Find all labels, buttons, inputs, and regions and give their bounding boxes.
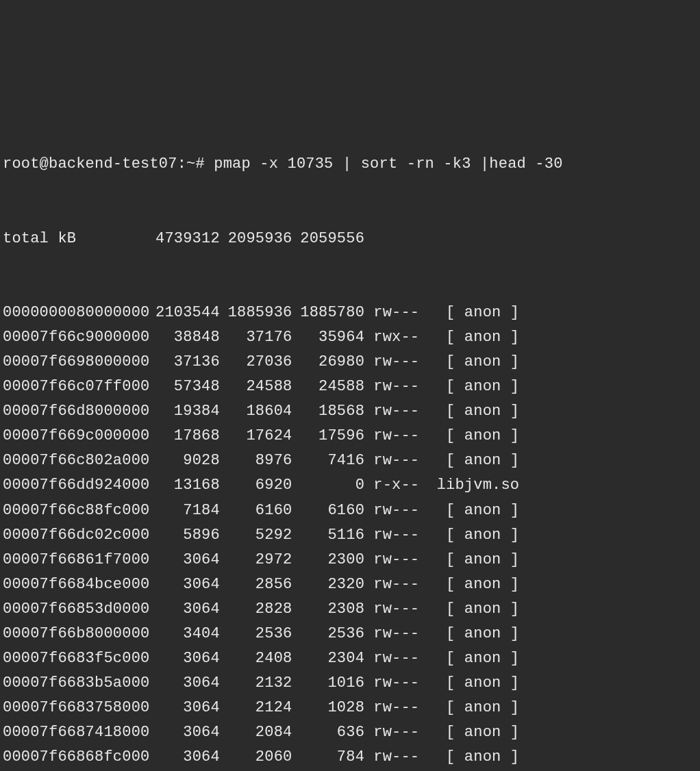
col-dirty: 35964 [292, 325, 364, 350]
col-address: 00007f66b8000000 [3, 622, 147, 646]
col-mode: rw--- [364, 572, 418, 597]
col-address: 00007f6687418000 [3, 720, 147, 745]
col-mode: rw--- [364, 597, 418, 622]
col-mode: rw--- [364, 646, 418, 671]
col-mode: rw--- [364, 745, 418, 770]
col-kbytes: 37136 [147, 350, 220, 375]
col-mapping: [ anon ] [418, 720, 519, 745]
pmap-row: 00007f66868fc00030642060784rw--- [ anon … [3, 745, 700, 770]
col-mapping: [ anon ] [418, 523, 519, 548]
col-address: 00007f6684bce000 [3, 572, 147, 597]
col-dirty: 2308 [292, 597, 364, 622]
col-rss: 27036 [220, 350, 292, 375]
col-rss: 18604 [220, 399, 292, 424]
col-mode: rw--- [364, 448, 418, 473]
pmap-row: 0000000080000000210354418859361885780rw-… [3, 301, 700, 325]
col-kbytes: 7184 [147, 498, 220, 523]
total-rss: 2095936 [220, 227, 292, 251]
col-address: 00007f6683758000 [3, 696, 147, 720]
col-address: 00007f6683b5a000 [3, 671, 147, 696]
col-address: 00007f66dc02c000 [3, 523, 147, 548]
col-rss: 2084 [220, 720, 292, 745]
col-rss: 1885936 [220, 301, 292, 325]
col-kbytes: 13168 [147, 473, 220, 498]
col-dirty: 636 [292, 720, 364, 745]
col-dirty: 26980 [292, 350, 364, 375]
col-rss: 2828 [220, 597, 292, 622]
col-kbytes: 9028 [147, 448, 220, 473]
pmap-row: 00007f6683f5c000306424082304rw--- [ anon… [3, 646, 700, 671]
col-mapping: [ anon ] [418, 597, 519, 622]
command-prompt-line: root@backend-test07:~# pmap -x 10735 | s… [3, 152, 700, 177]
pmap-row: 00007f6684bce000306428562320rw--- [ anon… [3, 572, 700, 597]
pmap-row: 00007f66c88fc000718461606160rw--- [ anon… [3, 498, 700, 523]
pmap-row: 00007f66861f7000306429722300rw--- [ anon… [3, 548, 700, 572]
col-rss: 8976 [220, 448, 292, 473]
col-dirty: 6160 [292, 498, 364, 523]
col-address: 00007f66c802a000 [3, 448, 147, 473]
col-kbytes: 3064 [147, 548, 220, 572]
prompt-path: ~ [186, 155, 195, 173]
col-address: 00007f66d8000000 [3, 399, 147, 424]
col-dirty: 2536 [292, 622, 364, 646]
col-rss: 5292 [220, 523, 292, 548]
col-dirty: 17596 [292, 424, 364, 448]
col-mode: rw--- [364, 548, 418, 572]
col-address: 00007f6683f5c000 [3, 646, 147, 671]
pmap-output-rows: 0000000080000000210354418859361885780rw-… [3, 301, 700, 771]
col-address: 00007f66861f7000 [3, 548, 147, 572]
col-dirty: 0 [292, 473, 364, 498]
col-dirty: 2320 [292, 572, 364, 597]
col-kbytes: 3064 [147, 597, 220, 622]
col-rss: 17624 [220, 424, 292, 448]
col-kbytes: 3404 [147, 622, 220, 646]
col-kbytes: 38848 [147, 325, 220, 350]
col-dirty: 18568 [292, 399, 364, 424]
col-mode: rw--- [364, 375, 418, 399]
col-rss: 37176 [220, 325, 292, 350]
col-kbytes: 3064 [147, 671, 220, 696]
col-rss: 6920 [220, 473, 292, 498]
col-rss: 2124 [220, 696, 292, 720]
col-dirty: 1028 [292, 696, 364, 720]
col-mapping: [ anon ] [418, 399, 519, 424]
pmap-row: 00007f66c802a000902889767416rw--- [ anon… [3, 448, 700, 473]
col-mode: rw--- [364, 523, 418, 548]
col-mode: rw--- [364, 424, 418, 448]
col-mode: rwx-- [364, 325, 418, 350]
col-mapping: [ anon ] [418, 375, 519, 399]
pmap-row: 00007f66853d0000306428282308rw--- [ anon… [3, 597, 700, 622]
col-address: 00007f6698000000 [3, 350, 147, 375]
total-row: total kB473931220959362059556 [3, 227, 700, 251]
col-address: 00007f669c000000 [3, 424, 147, 448]
col-dirty: 5116 [292, 523, 364, 548]
col-mapping: [ anon ] [418, 548, 519, 572]
col-mapping: [ anon ] [418, 745, 519, 770]
col-kbytes: 57348 [147, 375, 220, 399]
col-kbytes: 17868 [147, 424, 220, 448]
col-dirty: 2304 [292, 646, 364, 671]
col-mapping: [ anon ] [418, 325, 519, 350]
col-mode: rw--- [364, 720, 418, 745]
col-address: 00007f66868fc000 [3, 745, 147, 770]
pmap-row: 00007f6698000000371362703626980rw--- [ a… [3, 350, 700, 375]
col-dirty: 24588 [292, 375, 364, 399]
pmap-row: 00007f669c000000178681762417596rw--- [ a… [3, 424, 700, 448]
col-rss: 6160 [220, 498, 292, 523]
pmap-row: 00007f66dd9240001316869200r-x--libjvm.so [3, 473, 700, 498]
col-mapping: [ anon ] [418, 696, 519, 720]
col-mapping: [ anon ] [418, 424, 519, 448]
total-dirty: 2059556 [292, 227, 364, 251]
col-dirty: 1016 [292, 671, 364, 696]
col-rss: 2972 [220, 548, 292, 572]
col-kbytes: 5896 [147, 523, 220, 548]
col-address: 00007f66853d0000 [3, 597, 147, 622]
col-kbytes: 3064 [147, 720, 220, 745]
col-kbytes: 3064 [147, 572, 220, 597]
col-mode: rw--- [364, 622, 418, 646]
pmap-row: 00007f66c9000000388483717635964rwx-- [ a… [3, 325, 700, 350]
command-text: pmap -x 10735 | sort -rn -k3 |head -30 [214, 155, 562, 173]
col-mode: rw--- [364, 696, 418, 720]
terminal-window[interactable]: root@backend-test07:~# pmap -x 10735 | s… [3, 103, 700, 771]
col-mode: rw--- [364, 301, 418, 325]
